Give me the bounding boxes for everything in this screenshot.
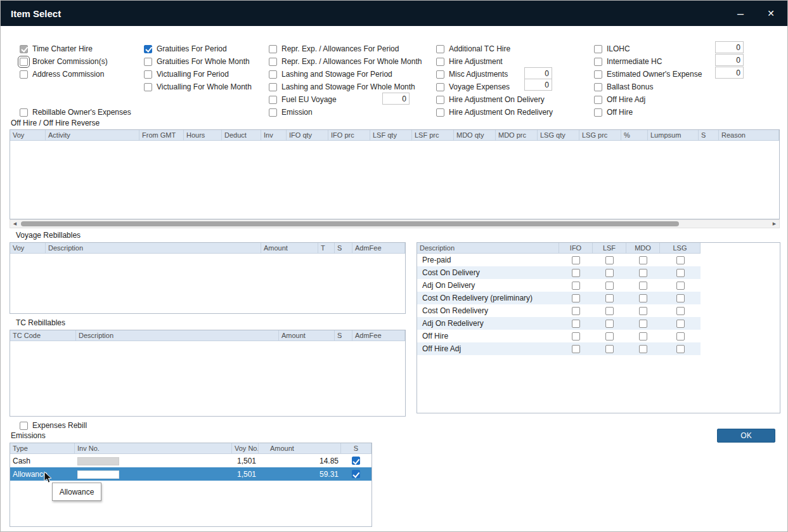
minimize-icon[interactable]: – [734,10,747,16]
cost-option-row-adj-on-delivery[interactable]: Adj On Delivery [417,279,701,292]
inv-no-field[interactable] [77,457,119,465]
cost-on-redelivery-lsf-checkbox[interactable] [605,307,614,315]
option-estimated-owners-expense[interactable]: Estimated Owner's Expense [594,68,702,81]
voyage-expenses-input[interactable] [524,79,552,91]
cost-on-delivery-ifo-checkbox[interactable] [572,269,580,277]
cost-option-row-cost-on-redelivery-preliminary[interactable]: Cost On Redelivery (preliminary) [417,292,701,304]
repr-exp-allowances-for-whole-month-checkbox[interactable] [269,58,277,66]
off-hire-adj-lsg-checkbox[interactable] [676,345,685,353]
close-icon[interactable]: ✕ [765,8,777,18]
option-broker-commissions[interactable]: Broker Commission(s) [20,55,108,68]
off-hire-adj-lsf-checkbox[interactable] [605,345,614,353]
address-commission-checkbox[interactable] [20,70,28,79]
lashing-stowage-for-whole-month-checkbox[interactable] [269,83,277,91]
option-off-hire[interactable]: Off Hire [594,106,702,119]
off-hire-adj-mdo-checkbox[interactable] [639,345,647,353]
additional-tc-hire-checkbox[interactable] [436,45,444,53]
hire-adjustment-checkbox[interactable] [436,58,444,66]
off-hire-ifo-checkbox[interactable] [572,332,580,341]
option-emission[interactable]: Emission [269,106,422,119]
emissions-row-cash[interactable]: Cash 1,501 14.85 [10,454,371,467]
pre-paid-ifo-checkbox[interactable] [572,256,580,264]
ballast-bonus-checkbox[interactable] [594,83,602,91]
pre-paid-lsg-checkbox[interactable] [676,256,685,264]
cost-on-redelivery-mdo-checkbox[interactable] [639,307,647,315]
emissions-row-allowance[interactable]: Allowance 1,501 59.31 [10,467,371,481]
cost-option-row-cost-on-delivery[interactable]: Cost On Delivery [417,266,701,279]
scrollbar-track[interactable] [20,220,770,228]
scrollbar-thumb[interactable] [21,221,679,226]
victualling-for-period-checkbox[interactable] [144,70,152,79]
hire-adjustment-on-delivery-checkbox[interactable] [436,96,444,104]
side-input-1[interactable] [715,41,744,53]
cost-on-redelivery-preliminary-lsg-checkbox[interactable] [676,294,685,302]
cash-s-checkbox[interactable] [352,457,360,465]
cost-on-redelivery-lsg-checkbox[interactable] [676,307,685,315]
pre-paid-mdo-checkbox[interactable] [639,256,647,264]
cost-option-row-pre-paid[interactable]: Pre-paid [417,254,701,266]
option-gratuities-for-whole-month[interactable]: Gratuities For Whole Month [144,55,252,68]
broker-commissions-checkbox[interactable] [20,58,28,66]
misc-adjustments-input[interactable] [524,67,552,79]
ok-button[interactable]: OK [717,429,775,443]
time-charter-hire-checkbox[interactable] [20,45,28,53]
cost-on-delivery-mdo-checkbox[interactable] [639,269,647,277]
intermediate-hc-checkbox[interactable] [594,58,602,66]
repr-exp-allowances-for-period-checkbox[interactable] [269,45,277,53]
adj-on-delivery-mdo-checkbox[interactable] [639,282,647,290]
option-gratuities-for-period[interactable]: Gratuities For Period [144,42,252,55]
pre-paid-lsf-checkbox[interactable] [605,256,614,264]
adj-on-delivery-lsf-checkbox[interactable] [605,282,614,290]
option-intermediate-hc[interactable]: Intermediate HC [594,55,702,68]
option-hire-adjustment[interactable]: Hire Adjustment [436,55,553,68]
option-off-hire-adj[interactable]: Off Hire Adj [594,93,702,106]
scroll-left-icon[interactable]: ◀ [10,220,20,228]
option-expenses-rebill[interactable]: Expenses Rebill [20,419,87,432]
adj-on-redelivery-lsg-checkbox[interactable] [676,320,685,328]
inv-no-field[interactable] [77,470,119,479]
gratuities-for-period-checkbox[interactable] [144,45,152,53]
emission-checkbox[interactable] [269,108,277,117]
adj-on-redelivery-ifo-checkbox[interactable] [572,320,580,328]
option-address-commission[interactable]: Address Commission [20,68,108,81]
option-additional-tc-hire[interactable]: Additional TC Hire [436,42,553,55]
off-hire-mdo-checkbox[interactable] [639,332,647,341]
off-hire-adj-ifo-checkbox[interactable] [572,345,580,353]
victualling-for-whole-month-checkbox[interactable] [144,83,152,91]
adj-on-redelivery-mdo-checkbox[interactable] [639,320,647,328]
ilohc-checkbox[interactable] [594,45,602,53]
gratuities-for-whole-month-checkbox[interactable] [144,58,152,66]
cost-option-row-cost-on-redelivery[interactable]: Cost On Redelivery [417,304,701,317]
misc-adjustments-checkbox[interactable] [436,70,444,79]
cost-on-delivery-lsg-checkbox[interactable] [676,269,685,277]
rebillable-owners-expenses-checkbox[interactable] [20,108,28,117]
option-repr-exp-allowances-for-period[interactable]: Repr. Exp. / Allowances For Period [269,42,422,55]
hire-adjustment-on-redelivery-checkbox[interactable] [436,108,444,117]
adj-on-delivery-ifo-checkbox[interactable] [572,282,580,290]
off-hire-adj-checkbox[interactable] [594,96,602,104]
allowance-s-checkbox[interactable] [352,470,360,478]
option-victualling-for-whole-month[interactable]: Victualling For Whole Month [144,81,252,93]
scroll-right-icon[interactable]: ▶ [770,220,779,228]
expenses-rebill-checkbox[interactable] [20,422,28,430]
cost-on-delivery-lsf-checkbox[interactable] [605,269,614,277]
option-time-charter-hire[interactable]: Time Charter Hire [20,42,108,55]
off-hire-lsg-checkbox[interactable] [676,332,685,341]
adj-on-delivery-lsg-checkbox[interactable] [676,282,685,290]
option-rebillable-owners-expenses[interactable]: Rebillable Owner's Expenses [20,106,131,119]
option-hire-adjustment-on-redelivery[interactable]: Hire Adjustment On Redelivery [436,106,553,119]
cost-option-row-off-hire[interactable]: Off Hire [417,330,701,342]
off-hire-checkbox[interactable] [594,108,602,117]
cost-on-redelivery-ifo-checkbox[interactable] [572,307,580,315]
option-lashing-stowage-for-period[interactable]: Lashing and Stowage For Period [269,68,422,81]
cost-option-row-off-hire-adj[interactable]: Off Hire Adj [417,342,701,355]
option-repr-exp-allowances-for-whole-month[interactable]: Repr. Exp. / Allowances For Whole Month [269,55,422,68]
lashing-stowage-for-period-checkbox[interactable] [269,70,277,79]
cost-option-row-adj-on-redelivery[interactable]: Adj On Redelivery [417,317,701,330]
adj-on-redelivery-lsf-checkbox[interactable] [605,320,614,328]
fuel-eu-voyage-input[interactable] [382,93,410,105]
side-input-3[interactable] [715,67,744,79]
cost-on-redelivery-preliminary-mdo-checkbox[interactable] [639,294,647,302]
side-input-2[interactable] [715,54,744,66]
off-hire-lsf-checkbox[interactable] [605,332,614,341]
